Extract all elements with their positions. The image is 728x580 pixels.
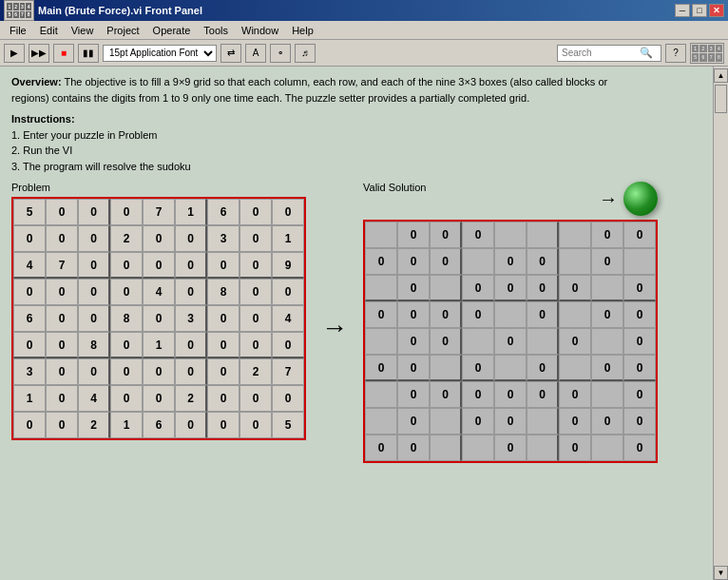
menu-operate[interactable]: Operate (147, 23, 197, 38)
problem-cell[interactable]: 4 (143, 279, 175, 305)
problem-cell[interactable]: 0 (143, 305, 175, 332)
problem-cell[interactable]: 0 (110, 332, 143, 358)
problem-cell[interactable]: 0 (110, 358, 143, 385)
problem-cell[interactable]: 0 (110, 385, 143, 412)
problem-cell[interactable]: 0 (143, 358, 175, 385)
problem-cell[interactable]: 1 (143, 332, 175, 358)
problem-cell[interactable]: 6 (207, 199, 239, 225)
problem-cell[interactable]: 0 (175, 279, 207, 305)
problem-cell[interactable]: 1 (175, 199, 207, 225)
problem-cell[interactable]: 0 (175, 252, 207, 279)
problem-cell[interactable]: 0 (207, 332, 239, 358)
problem-cell[interactable]: 0 (207, 252, 239, 279)
problem-cell[interactable]: 0 (272, 385, 304, 412)
problem-cell[interactable]: 6 (143, 412, 175, 438)
font-select[interactable]: 15pt Application Font (103, 45, 217, 62)
minimize-button[interactable]: ─ (675, 4, 690, 17)
problem-cell[interactable]: 0 (143, 252, 175, 279)
problem-cell[interactable]: 9 (272, 252, 304, 279)
problem-cell[interactable]: 0 (239, 385, 272, 412)
run-continuously-button[interactable]: ▶▶ (29, 44, 49, 63)
problem-cell[interactable]: 0 (46, 385, 78, 412)
problem-cell[interactable]: 2 (110, 225, 143, 252)
problem-cell[interactable]: 0 (110, 279, 143, 305)
problem-cell[interactable]: 4 (78, 385, 110, 412)
problem-cell[interactable]: 0 (78, 225, 110, 252)
scroll-down-button[interactable]: ▼ (714, 566, 728, 580)
problem-cell[interactable]: 0 (239, 252, 272, 279)
problem-cell[interactable]: 0 (78, 279, 110, 305)
problem-cell[interactable]: 0 (46, 199, 78, 225)
problem-cell[interactable]: 1 (13, 385, 46, 412)
problem-cell[interactable]: 0 (239, 199, 272, 225)
problem-cell[interactable]: 0 (78, 252, 110, 279)
problem-cell[interactable]: 0 (13, 225, 46, 252)
problem-cell[interactable]: 5 (272, 412, 304, 438)
problem-cell[interactable]: 0 (46, 305, 78, 332)
problem-cell[interactable]: 0 (175, 225, 207, 252)
scrollbar[interactable]: ▲ ▼ (713, 67, 728, 580)
problem-cell[interactable]: 7 (143, 199, 175, 225)
problem-cell[interactable]: 7 (272, 358, 304, 385)
problem-cell[interactable]: 0 (13, 332, 46, 358)
problem-cell[interactable]: 6 (13, 305, 46, 332)
problem-cell[interactable]: 0 (46, 279, 78, 305)
problem-cell[interactable]: 7 (46, 252, 78, 279)
menu-view[interactable]: View (66, 23, 100, 38)
problem-cell[interactable]: 8 (78, 332, 110, 358)
problem-cell[interactable]: 0 (207, 305, 239, 332)
problem-cell[interactable]: 3 (207, 225, 239, 252)
problem-cell[interactable]: 2 (175, 385, 207, 412)
search-box[interactable]: 🔍 (557, 45, 661, 62)
scroll-thumb[interactable] (715, 85, 727, 113)
problem-cell[interactable]: 0 (46, 358, 78, 385)
problem-cell[interactable]: 0 (239, 279, 272, 305)
search-input[interactable] (562, 48, 638, 58)
problem-cell[interactable]: 3 (175, 305, 207, 332)
menu-project[interactable]: Project (101, 23, 144, 38)
menu-tools[interactable]: Tools (198, 23, 234, 38)
scroll-up-button[interactable]: ▲ (714, 68, 728, 83)
toolbar-icon2[interactable]: ♬ (295, 44, 316, 63)
problem-cell[interactable]: 0 (175, 358, 207, 385)
problem-cell[interactable]: 0 (175, 412, 207, 438)
problem-cell[interactable]: 0 (272, 332, 304, 358)
problem-cell[interactable]: 1 (272, 225, 304, 252)
problem-cell[interactable]: 0 (143, 385, 175, 412)
problem-cell[interactable]: 0 (239, 332, 272, 358)
menu-edit[interactable]: Edit (34, 23, 64, 38)
problem-cell[interactable]: 0 (272, 199, 304, 225)
maximize-button[interactable]: □ (692, 4, 707, 17)
run-button[interactable]: ▶ (4, 44, 25, 63)
problem-cell[interactable]: 2 (78, 412, 110, 438)
abort-button[interactable]: ■ (53, 44, 74, 63)
menu-file[interactable]: File (4, 23, 32, 38)
problem-cell[interactable]: 0 (239, 225, 272, 252)
problem-cell[interactable]: 3 (13, 358, 46, 385)
problem-cell[interactable]: 0 (110, 252, 143, 279)
problem-cell[interactable]: 0 (175, 332, 207, 358)
problem-cell[interactable]: 1 (110, 412, 143, 438)
toolbar-icon1[interactable]: ⚬ (270, 44, 291, 63)
problem-cell[interactable]: 0 (143, 225, 175, 252)
problem-cell[interactable]: 8 (110, 305, 143, 332)
close-button[interactable]: ✕ (709, 4, 724, 17)
problem-cell[interactable]: 0 (46, 225, 78, 252)
problem-cell[interactable]: 0 (46, 332, 78, 358)
color-button[interactable]: A (245, 44, 266, 63)
problem-cell[interactable]: 0 (13, 279, 46, 305)
menu-help[interactable]: Help (286, 23, 319, 38)
pause-button[interactable]: ▮▮ (78, 44, 99, 63)
menu-window[interactable]: Window (236, 23, 284, 38)
problem-cell[interactable]: 0 (110, 199, 143, 225)
problem-cell[interactable]: 0 (78, 358, 110, 385)
problem-cell[interactable]: 0 (272, 279, 304, 305)
help-button[interactable]: ? (665, 44, 686, 63)
problem-cell[interactable]: 2 (239, 358, 272, 385)
problem-cell[interactable]: 0 (78, 305, 110, 332)
problem-cell[interactable]: 0 (239, 305, 272, 332)
problem-cell[interactable]: 5 (13, 199, 46, 225)
problem-cell[interactable]: 0 (207, 385, 239, 412)
problem-cell[interactable]: 0 (239, 412, 272, 438)
problem-cell[interactable]: 4 (272, 305, 304, 332)
